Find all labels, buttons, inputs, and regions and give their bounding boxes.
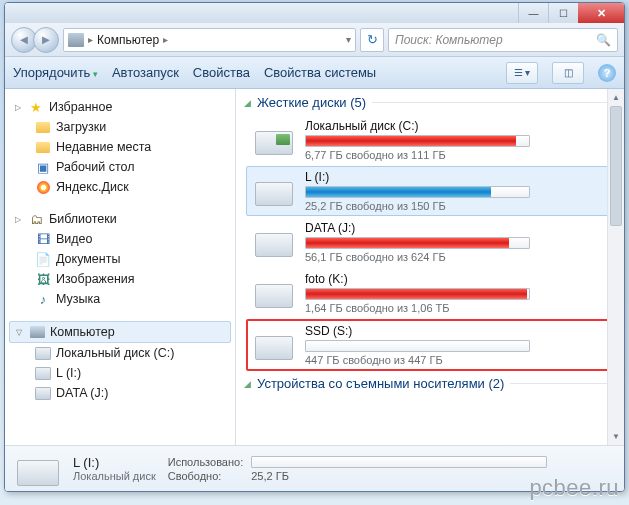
system-properties-button[interactable]: Свойства системы [264,65,376,80]
drive-item[interactable]: L (I:)25,2 ГБ свободно из 150 ГБ [246,166,620,216]
star-icon: ★ [28,99,44,115]
libraries-label: Библиотеки [49,212,117,226]
sidebar-item-label: DATA (J:) [56,386,108,400]
free-label: Свободно: [168,470,244,482]
video-icon: 🎞 [35,231,51,247]
folder-icon [35,139,51,155]
sidebar-item-music[interactable]: ♪Музыка [9,289,231,309]
address-history-dropdown[interactable]: ▾ [346,34,351,45]
hdd-icon [253,324,295,360]
breadcrumb[interactable]: Компьютер [97,33,159,47]
vertical-scrollbar[interactable]: ▲ ▼ [607,89,624,445]
scroll-up-icon[interactable]: ▲ [608,89,624,106]
category-hard-disks[interactable]: ◢ Жесткие диски (5) [244,91,622,114]
sidebar-item-disk-data[interactable]: DATA (J:) [9,383,231,403]
chevron-right-icon[interactable]: ▸ [163,34,168,45]
watermark: pcbee.ru [529,475,619,501]
sidebar-item-disk-l[interactable]: L (I:) [9,363,231,383]
capacity-bar [305,340,530,352]
usage-bar [251,456,547,468]
properties-button[interactable]: Свойства [193,65,250,80]
refresh-button[interactable]: ↻ [360,28,384,52]
sidebar-item-desktop[interactable]: ▣Рабочий стол [9,157,231,177]
sidebar-item-label: L (I:) [56,366,81,380]
drive-name: SSD (S:) [305,324,613,340]
titlebar [5,3,624,23]
sidebar-item-documents[interactable]: 📄Документы [9,249,231,269]
libraries-icon: 🗂 [28,211,44,227]
preview-pane-button[interactable]: ◫ [552,62,584,84]
scrollbar-thumb[interactable] [610,106,622,226]
capacity-bar [305,135,530,147]
hdd-icon [17,452,61,486]
hdd-icon [35,365,51,381]
sidebar-item-label: Загрузки [56,120,106,134]
sidebar-item-recent[interactable]: Недавние места [9,137,231,157]
hdd-icon [253,272,295,308]
content-pane: ◢ Жесткие диски (5) Локальный диск (C:)6… [236,89,624,445]
drive-name: foto (K:) [305,272,613,288]
sidebar-item-downloads[interactable]: Загрузки [9,117,231,137]
category-removable[interactable]: ◢ Устройства со съемными носителями (2) [244,372,622,395]
documents-icon: 📄 [35,251,51,267]
capacity-bar [305,237,530,249]
category-label: Жесткие диски (5) [257,95,366,110]
desktop-icon: ▣ [35,159,51,175]
help-button[interactable]: ? [598,64,616,82]
sidebar-item-pictures[interactable]: 🖼Изображения [9,269,231,289]
hdd-icon [35,385,51,401]
computer-header[interactable]: ▽ Компьютер [9,321,231,343]
hdd-icon [253,221,295,257]
command-toolbar: Упорядочить Автозапуск Свойства Свойства… [5,57,624,89]
selected-drive-name: L (I:) [73,455,156,470]
favorites-label: Избранное [49,100,112,114]
close-button[interactable] [578,3,624,23]
autorun-button[interactable]: Автозапуск [112,65,179,80]
capacity-bar [305,186,530,198]
forward-button[interactable]: ► [33,27,59,53]
drive-name: L (I:) [305,170,613,186]
collapse-icon: ▷ [15,215,23,224]
drive-item[interactable]: foto (K:)1,64 ГБ свободно из 1,06 ТБ [246,268,620,318]
minimize-button[interactable] [518,3,548,23]
sidebar-item-label: Яндекс.Диск [56,180,129,194]
address-bar[interactable]: ▸ Компьютер ▸ ▾ [63,28,356,52]
computer-label: Компьютер [50,325,115,339]
pictures-icon: 🖼 [35,271,51,287]
view-options-button[interactable]: ☰ ▾ [506,62,538,84]
search-input[interactable]: Поиск: Компьютер 🔍 [388,28,618,52]
search-icon: 🔍 [596,33,611,47]
chevron-right-icon: ▸ [88,34,93,45]
libraries-header[interactable]: ▷ 🗂 Библиотеки [9,209,231,229]
organize-menu[interactable]: Упорядочить [13,65,98,80]
music-icon: ♪ [35,291,51,307]
drive-free-text: 447 ГБ свободно из 447 ГБ [305,352,613,366]
sidebar-item-label: Локальный диск (C:) [56,346,174,360]
sidebar-item-yandex-disk[interactable]: Яндекс.Диск [9,177,231,197]
drive-item[interactable]: Локальный диск (C:)6,77 ГБ свободно из 1… [246,115,620,165]
favorites-header[interactable]: ▷ ★ Избранное [9,97,231,117]
drive-name: Локальный диск (C:) [305,119,613,135]
drive-free-text: 6,77 ГБ свободно из 111 ГБ [305,147,613,161]
expand-icon: ▽ [16,328,24,337]
collapse-icon: ◢ [244,379,251,389]
explorer-window: ◄ ► ▸ Компьютер ▸ ▾ ↻ Поиск: Компьютер 🔍… [4,2,625,492]
collapse-icon: ▷ [15,103,23,112]
drive-item[interactable]: DATA (J:)56,1 ГБ свободно из 624 ГБ [246,217,620,267]
used-label: Использовано: [168,456,244,468]
category-label: Устройства со съемными носителями (2) [257,376,504,391]
sidebar-item-local-disk-c[interactable]: Локальный диск (C:) [9,343,231,363]
sidebar-item-label: Рабочий стол [56,160,134,174]
nav-toolbar: ◄ ► ▸ Компьютер ▸ ▾ ↻ Поиск: Компьютер 🔍 [5,23,624,57]
capacity-bar [305,288,530,300]
hdd-icon [35,345,51,361]
sidebar-item-video[interactable]: 🎞Видео [9,229,231,249]
selected-drive-type: Локальный диск [73,470,156,482]
drive-item[interactable]: SSD (S:)447 ГБ свободно из 447 ГБ [246,319,620,371]
computer-icon [29,324,45,340]
scroll-down-icon[interactable]: ▼ [608,428,624,445]
folder-icon [35,119,51,135]
navigation-pane: ▷ ★ Избранное Загрузки Недавние места ▣Р… [5,89,235,445]
maximize-button[interactable] [548,3,578,23]
hdd-icon [253,170,295,206]
